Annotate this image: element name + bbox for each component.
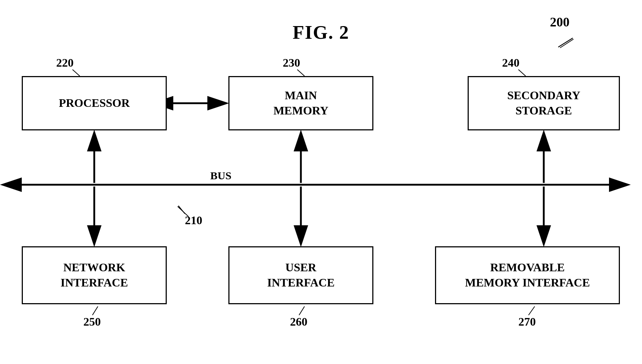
bus-label: BUS <box>210 170 231 182</box>
ref-210: 210 <box>185 214 202 227</box>
ref-230: 230 <box>283 56 300 70</box>
user-interface-label: USERINTERFACE <box>267 260 335 290</box>
ref-270: 270 <box>518 315 536 329</box>
ref-260: 260 <box>290 315 307 329</box>
processor-box: PROCESSOR <box>22 76 167 130</box>
svg-line-17 <box>92 306 98 315</box>
svg-line-15 <box>297 70 305 76</box>
processor-label: PROCESSOR <box>59 96 130 111</box>
ref-250: 250 <box>83 315 101 329</box>
network-interface-box: NETWORKINTERFACE <box>22 246 167 304</box>
removable-memory-interface-label: REMOVABLEMEMORY INTERFACE <box>465 260 590 290</box>
svg-line-18 <box>299 306 305 315</box>
ref-220: 220 <box>56 56 74 70</box>
network-interface-label: NETWORKINTERFACE <box>61 260 128 290</box>
ref-lines-svg <box>0 0 642 364</box>
diagram-arrows <box>0 0 642 364</box>
ref-200: 200 <box>550 14 569 30</box>
diagram-container: FIG. 2 200 <box>0 0 642 364</box>
svg-line-20 <box>178 206 185 214</box>
main-memory-label: MAINMEMORY <box>273 88 328 118</box>
svg-line-4 <box>558 38 573 47</box>
svg-line-19 <box>529 306 535 315</box>
ref-240: 240 <box>502 56 519 70</box>
svg-line-16 <box>518 70 526 76</box>
user-interface-box: USERINTERFACE <box>228 246 373 304</box>
secondary-storage-box: SECONDARYSTORAGE <box>468 76 620 130</box>
svg-line-21 <box>560 39 573 48</box>
removable-memory-interface-box: REMOVABLEMEMORY INTERFACE <box>435 246 620 304</box>
svg-line-14 <box>73 70 80 76</box>
main-memory-box: MAINMEMORY <box>228 76 373 130</box>
figure-title: FIG. 2 <box>293 22 349 43</box>
secondary-storage-label: SECONDARYSTORAGE <box>507 88 580 118</box>
